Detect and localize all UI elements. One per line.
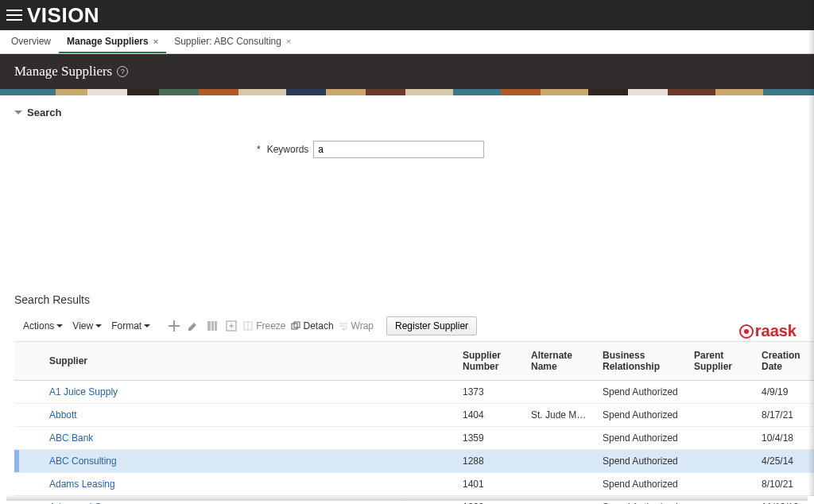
cell-created: 4/9/19: [755, 381, 814, 404]
svg-rect-2: [215, 321, 217, 331]
cell-number: 1401: [456, 473, 525, 496]
cell-parent: [688, 496, 755, 505]
supplier-link[interactable]: ABC Consulting: [49, 456, 117, 467]
cell-alt_name: [525, 427, 596, 450]
cell-relationship: Spend Authorized: [596, 404, 688, 427]
export-icon[interactable]: [224, 319, 238, 333]
table-row[interactable]: Abbott1404St. Jude Medica...Spend Author…: [14, 404, 814, 427]
cell-parent: [688, 404, 755, 427]
table-row[interactable]: A1 Juice Supply1373Spend Authorized4/9/1…: [14, 381, 814, 404]
tab-label: Manage Suppliers: [67, 36, 149, 47]
cell-relationship: Spend Authorized: [596, 427, 688, 450]
search-section-toggle[interactable]: Search: [14, 107, 800, 118]
col-supplier[interactable]: Supplier: [43, 342, 456, 381]
brand-logo: VISION: [27, 3, 99, 28]
cell-number: 1404: [456, 404, 525, 427]
detach-button[interactable]: Detach: [291, 320, 334, 331]
supplier-link[interactable]: Abbott: [49, 409, 77, 421]
tab-overview[interactable]: Overview: [3, 30, 59, 53]
chevron-down-icon: [56, 324, 63, 328]
workspace-tabs: OverviewManage Suppliers×Supplier: ABC C…: [0, 30, 814, 54]
collapse-icon: [14, 110, 22, 114]
tab-label: Supplier: ABC Consulting: [174, 36, 281, 47]
supplier-link[interactable]: Adams Leasing: [49, 479, 115, 490]
table-row[interactable]: ABC Bank1359Spend Authorized10/4/18: [14, 427, 814, 450]
results-toolbar: Actions View Format Freeze Detach: [21, 314, 814, 338]
cell-created: 11/12/13: [755, 496, 814, 505]
cell-relationship: Spend Authorized: [596, 496, 688, 505]
cell-number: 1288: [456, 450, 525, 473]
cell-created: 4/25/14: [755, 450, 814, 473]
cell-relationship: Spend Authorized: [596, 381, 688, 404]
freeze-button[interactable]: Freeze: [243, 320, 285, 331]
search-section-label: Search: [27, 107, 61, 118]
edit-icon[interactable]: [186, 319, 200, 333]
global-header: VISION: [0, 0, 814, 30]
results-title: Search Results: [14, 293, 814, 306]
results-section: Search Results Actions View Format Freez…: [0, 293, 814, 504]
cell-number: 1373: [456, 381, 525, 404]
help-icon[interactable]: ?: [117, 66, 128, 77]
cell-number: 1263: [456, 496, 525, 505]
cell-parent: [688, 427, 755, 450]
chevron-down-icon: [95, 324, 102, 328]
cell-created: 8/17/21: [755, 404, 814, 427]
table-header-row: Supplier Supplier Number Alternate Name …: [14, 342, 814, 381]
format-menu[interactable]: Format: [109, 319, 153, 333]
add-icon[interactable]: [167, 319, 181, 333]
cell-number: 1359: [456, 427, 525, 450]
results-table-wrap: raask Supplier Supplier Number Alter: [14, 341, 814, 504]
tab-supplier-abc-consulting[interactable]: Supplier: ABC Consulting×: [166, 30, 299, 53]
supplier-link[interactable]: A1 Juice Supply: [49, 386, 118, 397]
cell-alt_name: [525, 450, 596, 473]
columns-icon[interactable]: [205, 319, 219, 333]
tab-manage-suppliers[interactable]: Manage Suppliers×: [59, 30, 166, 53]
col-relationship[interactable]: Business Relationship: [596, 342, 688, 381]
close-icon[interactable]: ×: [286, 37, 291, 46]
col-number[interactable]: Supplier Number: [456, 342, 525, 381]
search-section: Search * Keywords: [0, 95, 814, 158]
table-row[interactable]: Advanced Corp1263Spend Authorized11/12/1…: [14, 496, 814, 505]
close-icon[interactable]: ×: [153, 37, 158, 46]
cell-parent: [688, 450, 755, 473]
tab-label: Overview: [11, 36, 51, 47]
cell-parent: [688, 381, 755, 404]
cell-relationship: Spend Authorized: [596, 450, 688, 473]
svg-rect-1: [211, 321, 214, 331]
decorative-ribbon: [0, 89, 814, 95]
page-header: Manage Suppliers ?: [0, 54, 814, 89]
col-alt-name[interactable]: Alternate Name: [525, 342, 596, 381]
wrap-button[interactable]: Wrap: [339, 320, 374, 331]
cell-alt_name: [525, 496, 596, 505]
cell-created: 10/4/18: [755, 427, 814, 450]
cell-parent: [688, 473, 755, 496]
register-supplier-button[interactable]: Register Supplier: [386, 316, 477, 335]
table-row[interactable]: Adams Leasing1401Spend Authorized8/10/21: [14, 473, 814, 496]
col-created[interactable]: Creation Date: [755, 342, 814, 381]
svg-rect-0: [207, 321, 211, 331]
view-menu[interactable]: View: [70, 319, 104, 333]
keywords-label: Keywords: [267, 144, 309, 155]
cell-alt_name: [525, 473, 596, 496]
actions-menu[interactable]: Actions: [21, 319, 65, 333]
results-table: Supplier Supplier Number Alternate Name …: [14, 342, 814, 504]
chevron-down-icon: [144, 324, 150, 328]
page-title: Manage Suppliers: [14, 64, 112, 79]
supplier-link[interactable]: ABC Bank: [49, 432, 93, 444]
keywords-input[interactable]: [313, 141, 484, 158]
cell-relationship: Spend Authorized: [596, 473, 688, 496]
table-row[interactable]: ABC Consulting1288Spend Authorized4/25/1…: [14, 450, 814, 473]
cell-created: 8/10/21: [755, 473, 814, 496]
cell-alt_name: St. Jude Medica...: [525, 404, 596, 427]
col-parent[interactable]: Parent Supplier: [688, 342, 755, 381]
menu-icon[interactable]: [6, 7, 22, 23]
cell-alt_name: [525, 381, 596, 404]
required-mark: *: [257, 144, 261, 155]
